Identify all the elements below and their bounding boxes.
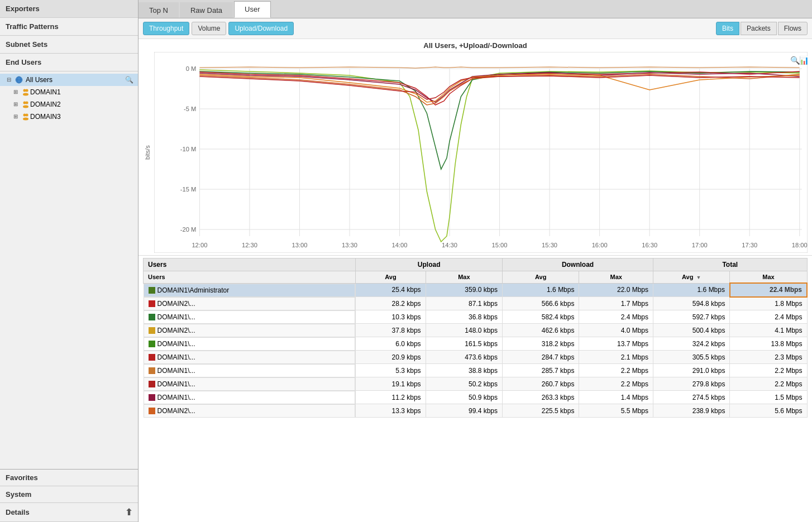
user-cell: DOMAIN1\... xyxy=(144,364,356,377)
sidebar-favorites[interactable]: Favorites xyxy=(0,470,138,486)
sidebar-section-traffic-patterns[interactable]: Traffic Patterns xyxy=(0,18,138,36)
table-row[interactable]: DOMAIN1\...20.9 kbps473.6 kbps284.7 kbps… xyxy=(144,351,808,364)
tab-top-n[interactable]: Top N xyxy=(138,2,179,18)
sub-header-tot-avg: Avg ▼ xyxy=(653,271,730,284)
cell-tot_max: 4.1 Mbps xyxy=(730,324,807,337)
cell-tot_max: 5.6 Mbps xyxy=(730,404,807,418)
data-table: Users Upload Download Total Users Avg Ma… xyxy=(143,258,808,418)
users-icon xyxy=(22,88,30,96)
cell-ul_max: 148.0 kbps xyxy=(426,324,502,337)
user-color-box xyxy=(149,327,155,334)
cell-tot_max: 2.2 Mbps xyxy=(730,377,807,391)
tree-item-domain2[interactable]: ⊞ DOMAIN2 xyxy=(0,98,138,111)
cell-ul_avg: 6.0 kbps xyxy=(356,337,426,351)
sidebar-section-exporters[interactable]: Exporters xyxy=(0,0,138,18)
cell-dl_avg: 225.5 kbps xyxy=(503,404,579,418)
chart-title: All Users, +Upload/-Download xyxy=(143,41,808,50)
svg-text:18:00: 18:00 xyxy=(792,242,808,248)
svg-text:-5 M: -5 M xyxy=(184,106,196,112)
table-col-groups: Users Upload Download Total xyxy=(144,258,808,271)
domain-icon-d2 xyxy=(21,100,30,109)
cell-dl_avg: 582.4 kbps xyxy=(503,310,579,324)
tab-raw-data[interactable]: Raw Data xyxy=(180,2,233,18)
table-row[interactable]: DOMAIN2\...28.2 kbps87.1 kbps566.6 kbps1… xyxy=(144,297,808,310)
user-name: DOMAIN1\... xyxy=(157,353,195,361)
user-name: DOMAIN1\Administrator xyxy=(157,286,230,294)
cell-ul_max: 87.1 kbps xyxy=(426,297,502,310)
cell-tot_avg: 500.4 kbps xyxy=(653,324,730,337)
sidebar-system[interactable]: System xyxy=(0,486,138,503)
user-cell: DOMAIN2\... xyxy=(144,297,356,310)
svg-point-5 xyxy=(23,93,28,96)
svg-text:15:00: 15:00 xyxy=(492,242,508,248)
svg-text:12:30: 12:30 xyxy=(242,242,257,248)
svg-point-10 xyxy=(26,114,28,117)
sub-header-tot-max: Max xyxy=(730,271,807,284)
svg-text:-20 M: -20 M xyxy=(180,226,197,233)
cell-ul_max: 359.0 kbps xyxy=(426,283,502,297)
cell-tot_max: 2.3 Mbps xyxy=(730,351,807,364)
table-row[interactable]: DOMAIN2\...13.3 kbps99.4 kbps225.5 kbps5… xyxy=(144,404,808,418)
table-row[interactable]: DOMAIN1\...10.3 kbps36.8 kbps582.4 kbps2… xyxy=(144,310,808,324)
cell-tot_avg: 279.8 kbps xyxy=(653,377,730,391)
cell-dl_max: 2.2 Mbps xyxy=(579,377,653,391)
cell-tot_avg: 238.9 kbps xyxy=(653,404,730,418)
tab-user[interactable]: User xyxy=(234,1,270,18)
cell-dl_max: 2.2 Mbps xyxy=(579,364,653,377)
table-row[interactable]: DOMAIN1\...5.3 kbps38.8 kbps285.7 kbps2.… xyxy=(144,364,808,377)
btn-volume[interactable]: Volume xyxy=(192,22,226,35)
svg-point-7 xyxy=(26,102,28,104)
cell-tot_avg: 594.8 kbps xyxy=(653,297,730,310)
table-row[interactable]: DOMAIN2\...37.8 kbps148.0 kbps462.6 kbps… xyxy=(144,324,808,337)
user-name: DOMAIN2\... xyxy=(157,300,195,308)
cell-tot_max: 13.8 Mbps xyxy=(730,337,807,351)
content-panel: Throughput Volume Upload/Download Bits P… xyxy=(138,18,812,522)
tree-item-all-users[interactable]: ⊟ All Users 🔍 xyxy=(0,74,138,86)
expand-icon-d1: ⊞ xyxy=(13,89,20,95)
cell-tot_max: 2.2 Mbps xyxy=(730,364,807,377)
cell-tot_avg: 274.5 kbps xyxy=(653,391,730,404)
table-row[interactable]: DOMAIN1\...11.2 kbps50.9 kbps263.3 kbps1… xyxy=(144,391,808,404)
user-color-box xyxy=(149,341,155,347)
top-tabs: Top N Raw Data User xyxy=(138,0,812,18)
svg-text:-15 M: -15 M xyxy=(180,186,197,193)
svg-text:17:30: 17:30 xyxy=(742,242,757,248)
user-name: DOMAIN1\... xyxy=(157,394,195,401)
cell-tot_avg: 324.2 kbps xyxy=(653,337,730,351)
table-row[interactable]: DOMAIN1\Administrator25.4 kbps359.0 kbps… xyxy=(144,283,808,297)
user-cell: DOMAIN1\... xyxy=(144,337,356,351)
btn-bits[interactable]: Bits xyxy=(716,22,739,35)
cell-ul_max: 161.5 kbps xyxy=(426,337,502,351)
domain-icon-d1 xyxy=(21,88,30,97)
toolbar-right-buttons: Bits Packets Flows xyxy=(716,22,808,35)
sidebar-details[interactable]: Details ⬆ xyxy=(0,503,138,522)
cell-tot_avg: 291.0 kbps xyxy=(653,364,730,377)
btn-throughput[interactable]: Throughput xyxy=(143,22,189,35)
tree-search-icon[interactable]: 🔍 xyxy=(125,76,133,84)
cell-tot_max: 2.4 Mbps xyxy=(730,310,807,324)
cell-tot_avg: 1.6 Mbps xyxy=(653,283,730,297)
table-row[interactable]: DOMAIN1\...19.1 kbps50.2 kbps260.7 kbps2… xyxy=(144,377,808,391)
table-row[interactable]: DOMAIN1\...6.0 kbps161.5 kbps318.2 kbps1… xyxy=(144,337,808,351)
cell-dl_avg: 285.7 kbps xyxy=(503,364,579,377)
btn-flows[interactable]: Flows xyxy=(778,22,808,35)
user-color-box xyxy=(149,408,155,414)
user-color-box xyxy=(149,394,155,401)
cell-tot_max: 22.4 Mbps xyxy=(730,283,807,297)
user-cell: DOMAIN1\... xyxy=(144,377,356,391)
cell-ul_max: 36.8 kbps xyxy=(426,310,502,324)
col-group-download: Download xyxy=(503,258,653,271)
domain-icon-d3 xyxy=(21,112,30,121)
cell-dl_max: 2.1 Mbps xyxy=(579,351,653,364)
cell-dl_avg: 462.6 kbps xyxy=(503,324,579,337)
sidebar-section-subnet-sets[interactable]: Subnet Sets xyxy=(0,36,138,54)
tree-item-domain3[interactable]: ⊞ DOMAIN3 xyxy=(0,111,138,123)
btn-packets[interactable]: Packets xyxy=(741,22,777,35)
sidebar-section-end-users[interactable]: End Users xyxy=(0,54,138,71)
svg-point-8 xyxy=(23,106,28,108)
user-color-box xyxy=(149,300,155,307)
tree-item-domain1[interactable]: ⊞ DOMAIN1 xyxy=(0,86,138,98)
btn-upload-download[interactable]: Upload/Download xyxy=(228,22,294,35)
user-cell: DOMAIN1\... xyxy=(144,310,356,324)
cell-ul_avg: 20.9 kbps xyxy=(356,351,426,364)
